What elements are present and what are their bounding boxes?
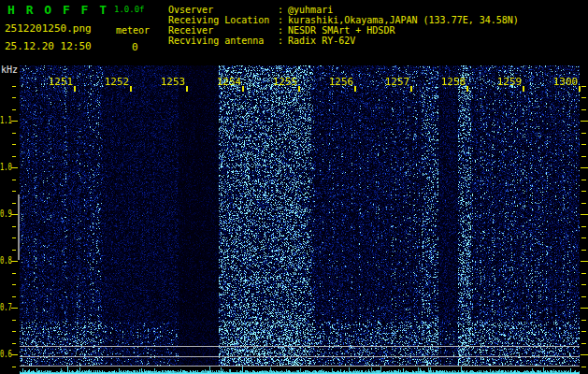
x-axis-label: 1256	[319, 76, 364, 88]
observation-info: Ovserver:@yuhmari Receiving Location:kur…	[168, 5, 519, 46]
output-filename: 2512201250.png	[5, 22, 92, 35]
y-axis-tick	[12, 331, 16, 332]
y-axis-tick-right	[581, 156, 586, 157]
y-axis-tick	[11, 121, 18, 122]
y-axis-tick	[12, 144, 16, 145]
x-axis-tick	[523, 86, 524, 92]
y-axis-tick-right	[581, 273, 586, 274]
y-axis-tick	[11, 167, 18, 168]
info-row-location: Receiving Location:kurashiki,Okayama,JAP…	[168, 15, 519, 25]
x-axis-tick	[298, 86, 300, 92]
y-axis-tick-right	[581, 180, 586, 180]
y-axis-tick-right	[581, 237, 586, 238]
y-axis-tick-right	[581, 331, 586, 332]
signal-level-trace-canvas	[20, 367, 580, 374]
spectrogram-canvas	[20, 65, 580, 367]
y-axis-tick-right	[581, 144, 586, 145]
horizontal-reference-line	[20, 346, 580, 347]
y-axis-tick-right	[581, 97, 586, 98]
y-axis-tick-right	[581, 308, 588, 309]
y-axis-tick-right	[581, 191, 586, 192]
vertical-reference-segment	[18, 194, 20, 260]
info-separator: :	[278, 15, 283, 25]
info-row-observer: Ovserver:@yuhmari	[168, 5, 519, 15]
y-axis-tick	[12, 156, 16, 157]
horizontal-reference-line	[20, 366, 580, 367]
x-axis-tick	[130, 86, 132, 92]
y-axis-tick-right	[581, 250, 586, 251]
info-separator: :	[278, 5, 283, 15]
y-axis-tick	[12, 273, 16, 274]
y-axis-tick	[12, 86, 16, 87]
y-axis-tick-right	[581, 296, 586, 297]
y-axis-tick-right	[581, 109, 586, 110]
y-axis-tick	[12, 284, 16, 285]
info-label: Recviving antenna	[168, 36, 278, 46]
meteor-count-label: meteor	[116, 25, 150, 36]
y-axis-tick	[12, 203, 16, 204]
x-axis-tick	[410, 86, 412, 92]
observation-datetime: 25.12.20 12:50	[5, 40, 92, 52]
y-axis-tick	[12, 250, 16, 251]
info-value: Radix RY-62V	[288, 36, 355, 46]
info-value: @yuhmari	[288, 5, 333, 15]
x-axis-label: 1251	[38, 76, 83, 88]
y-axis-tick-right	[581, 343, 586, 344]
y-axis-tick	[12, 296, 16, 297]
y-axis-tick	[11, 214, 18, 215]
x-axis-label: 1254	[207, 76, 251, 88]
info-label: Receiver	[168, 25, 278, 36]
info-row-antenna: Recviving antenna:Radix RY-62V	[168, 36, 519, 46]
info-separator: :	[278, 25, 283, 36]
y-axis-tick-right	[581, 214, 588, 215]
x-axis-label: 1253	[151, 76, 195, 88]
x-axis-tick	[354, 86, 356, 92]
info-value: kurashiki,Okayama,JAPAN (133.77E, 34.58N…	[288, 15, 519, 25]
horizontal-reference-line	[20, 356, 580, 357]
y-axis-tick	[12, 191, 16, 192]
y-axis-tick	[11, 261, 18, 262]
meteor-count-value: 0	[132, 41, 138, 53]
x-axis-tick	[466, 86, 468, 92]
y-axis-tick-right	[581, 320, 586, 321]
x-axis-label: 1258	[431, 76, 476, 88]
y-axis-tick	[12, 320, 16, 321]
info-value: NESDR SMArt + HDSDR	[288, 25, 394, 36]
y-axis-tick	[12, 109, 16, 110]
x-axis-label: 1257	[375, 76, 420, 88]
y-axis-tick-right	[581, 121, 588, 122]
x-axis-label: 1259	[487, 76, 532, 88]
y-axis-tick	[12, 367, 16, 367]
y-axis-tick-right	[581, 284, 586, 285]
y-axis-tick-right	[581, 367, 586, 367]
y-axis-tick-right	[581, 226, 586, 227]
info-label: Ovserver	[168, 5, 278, 15]
info-label: Receiving Location	[168, 15, 278, 25]
app-version: 1.0.0f	[114, 5, 145, 14]
y-axis-tick-right	[581, 167, 588, 168]
y-axis-tick	[12, 97, 16, 98]
y-axis-tick-right	[581, 86, 586, 87]
y-axis-tick-right	[581, 203, 586, 204]
y-axis-tick-right	[581, 354, 588, 355]
info-separator: :	[278, 36, 283, 46]
x-axis-tick	[242, 86, 244, 92]
x-axis-label: 1255	[263, 76, 308, 88]
y-axis-tick	[12, 180, 16, 180]
x-axis-tick	[579, 86, 581, 92]
y-axis-tick-right	[581, 133, 586, 134]
x-axis-label: 1252	[94, 76, 139, 88]
y-axis-tick	[11, 354, 18, 355]
x-axis-tick	[186, 86, 188, 92]
y-axis-tick	[12, 237, 16, 238]
info-row-receiver: Receiver:NESDR SMArt + HDSDR	[168, 25, 519, 36]
y-axis-tick	[12, 226, 16, 227]
y-axis-unit: kHz	[1, 65, 18, 75]
y-axis-tick	[12, 343, 16, 344]
app-title: H R O F F T	[7, 3, 108, 17]
y-axis-tick-right	[581, 261, 588, 262]
y-axis-tick	[12, 133, 16, 134]
x-axis-tick	[74, 86, 76, 92]
y-axis-tick	[11, 308, 18, 309]
